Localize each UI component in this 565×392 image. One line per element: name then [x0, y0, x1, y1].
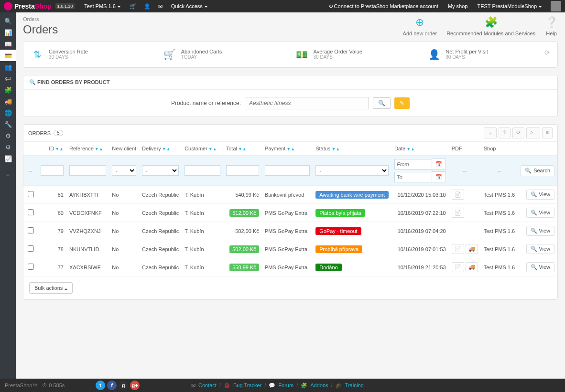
sidebar-modules[interactable]: 🧩: [0, 84, 16, 95]
addons-link[interactable]: Addons: [310, 382, 328, 388]
cell-newclient: No: [109, 222, 139, 240]
filter-reference-input[interactable]: [69, 165, 106, 176]
row-checkbox[interactable]: [28, 264, 34, 270]
puzzle-icon: 🧩: [446, 16, 535, 29]
col-date[interactable]: Date▼▲: [391, 142, 449, 156]
refresh-icon[interactable]: ⟳: [544, 49, 550, 56]
filter-delivery-select[interactable]: -: [142, 165, 179, 176]
calendar-icon[interactable]: 📅: [432, 171, 446, 182]
sidebar-stats[interactable]: 📈: [0, 153, 16, 164]
row-checkbox[interactable]: [28, 227, 34, 233]
gplus-icon[interactable]: g+: [130, 381, 140, 390]
tool-list-button[interactable]: ≡: [542, 127, 553, 138]
training-link[interactable]: Training: [345, 382, 364, 388]
delivery-slip-icon[interactable]: 🚚: [466, 244, 478, 254]
filter-payment-input[interactable]: [265, 165, 310, 176]
cell-total: 512,00 Kč: [223, 204, 262, 222]
col-payment[interactable]: Payment▼▲: [262, 142, 313, 156]
forum-link[interactable]: Forum: [278, 382, 293, 388]
sidebar-price-rules[interactable]: 🏷: [0, 73, 16, 84]
invoice-icon[interactable]: 📄: [452, 244, 464, 254]
table-row[interactable]: 81AYKHBXTTINoCzech RepublicT. Kubín540,9…: [23, 186, 557, 204]
marketplace-link[interactable]: ⟲ Connect to PrestaShop Marketplace acco…: [328, 3, 438, 10]
topbar: PrestaShop 1.6.1.18 Test PMS 1.6 🛒 👤 ✉ Q…: [0, 0, 565, 12]
filter-date-to[interactable]: [394, 172, 432, 182]
logo[interactable]: PrestaShop 1.6.1.18: [4, 2, 75, 11]
row-checkbox[interactable]: [28, 209, 34, 215]
product-search-button[interactable]: 🔍: [373, 97, 391, 109]
calendar-icon[interactable]: 📅: [432, 159, 446, 170]
find-orders-heading: 🔍 FIND ORDERS BY PRODUCT: [23, 75, 557, 90]
bug-link[interactable]: Bug Tracker: [233, 382, 261, 388]
filter-id-input[interactable]: [41, 165, 64, 176]
user-menu[interactable]: TEST PrestaModuleShop: [477, 3, 542, 9]
add-order-button[interactable]: ⊕Add new order: [403, 16, 437, 36]
facebook-icon[interactable]: f: [107, 381, 117, 390]
bulk-actions-button[interactable]: Bulk actions: [29, 282, 73, 294]
shop-context-dropdown[interactable]: Test PMS 1.6: [84, 3, 120, 9]
sidebar-shipping[interactable]: 🚚: [0, 95, 16, 107]
sidebar-collapse[interactable]: ≡: [0, 168, 16, 180]
cell-shop: Test PMS 1.6: [481, 222, 518, 240]
sidebar-advanced[interactable]: ⚙: [0, 130, 16, 141]
sidebar-customers[interactable]: 👥: [0, 61, 16, 73]
filter-total-input[interactable]: [226, 165, 259, 176]
filter-status-select[interactable]: -: [315, 165, 389, 176]
col-total[interactable]: Total▼▲: [223, 142, 262, 156]
invoice-icon[interactable]: 📄: [452, 262, 464, 272]
sidebar-preferences[interactable]: 🔧: [0, 118, 16, 130]
table-row[interactable]: 79VVZHQZXNJNoCzech RepublicT. Kubín502,0…: [23, 222, 557, 240]
table-row[interactable]: 77XACXRSIWENoCzech RepublicT. Kubín550,9…: [23, 258, 557, 276]
sidebar-administration[interactable]: ⚙: [0, 141, 16, 153]
table-row[interactable]: 80VCDOXFNKFNoCzech RepublicT. Kubín512,0…: [23, 204, 557, 222]
orders-count-badge: 5: [54, 130, 63, 136]
twitter-icon[interactable]: t: [96, 381, 105, 390]
view-button[interactable]: 🔍 View: [526, 262, 554, 272]
sidebar-catalog[interactable]: 📖: [0, 38, 16, 50]
my-shop-link[interactable]: My shop: [448, 3, 468, 9]
col-reference[interactable]: Reference▼▲: [66, 142, 109, 156]
col-customer[interactable]: Customer▼▲: [182, 142, 223, 156]
mail-icon[interactable]: ✉: [158, 3, 163, 10]
help-button[interactable]: ❔Help: [545, 16, 558, 36]
quick-access-dropdown[interactable]: Quick Access: [171, 3, 208, 9]
invoice-icon[interactable]: 📄: [452, 190, 464, 200]
filter-newclient-select[interactable]: -: [112, 165, 136, 176]
col-status[interactable]: Status▼▲: [313, 142, 391, 156]
github-icon[interactable]: g: [119, 381, 128, 390]
table-row[interactable]: 78NKUNVTLIDNoCzech RepublicT. Kubín502,0…: [23, 240, 557, 258]
view-button[interactable]: 🔍 View: [526, 208, 554, 218]
invoice-icon[interactable]: 📄: [452, 208, 464, 218]
cell-payment: PMS GoPay Extra: [262, 240, 313, 258]
col-newclient[interactable]: New client: [109, 142, 139, 156]
contact-link[interactable]: Contact: [198, 382, 217, 388]
avatar[interactable]: [551, 1, 561, 11]
tool-add-button[interactable]: ＋: [484, 127, 497, 138]
col-delivery[interactable]: Delivery▼▲: [139, 142, 182, 156]
page-title: Orders: [23, 23, 58, 36]
filter-customer-input[interactable]: [185, 165, 220, 176]
view-button[interactable]: 🔍 View: [526, 244, 554, 254]
delivery-slip-icon[interactable]: 🚚: [466, 262, 478, 272]
view-button[interactable]: 🔍 View: [526, 190, 554, 200]
tool-sql-button[interactable]: >_: [526, 127, 540, 138]
breadcrumb: Orders: [23, 16, 58, 22]
tool-export-button[interactable]: ⇪: [499, 127, 511, 138]
filter-search-button[interactable]: 🔍 Search: [521, 165, 554, 176]
sidebar-orders[interactable]: 💳: [0, 50, 16, 61]
tool-refresh-button[interactable]: ⟳: [512, 127, 524, 138]
sidebar-dashboard[interactable]: 📊: [0, 27, 16, 38]
view-button[interactable]: 🔍 View: [526, 226, 554, 236]
col-id[interactable]: ID▼▲: [38, 142, 66, 156]
row-checkbox[interactable]: [28, 245, 34, 252]
sidebar-search[interactable]: 🔍: [0, 15, 16, 27]
cart-icon[interactable]: 🛒: [130, 3, 136, 10]
user-icon[interactable]: 👤: [144, 3, 151, 10]
product-search-input[interactable]: [245, 97, 369, 109]
sidebar-localization[interactable]: 🌐: [0, 107, 16, 118]
product-clear-button[interactable]: ✎: [394, 97, 410, 109]
row-checkbox[interactable]: [28, 191, 34, 197]
recommended-modules-button[interactable]: 🧩Recommended Modules and Services: [446, 16, 535, 36]
filter-date-from[interactable]: [394, 159, 432, 170]
cell-shop: Test PMS 1.6: [481, 186, 518, 204]
